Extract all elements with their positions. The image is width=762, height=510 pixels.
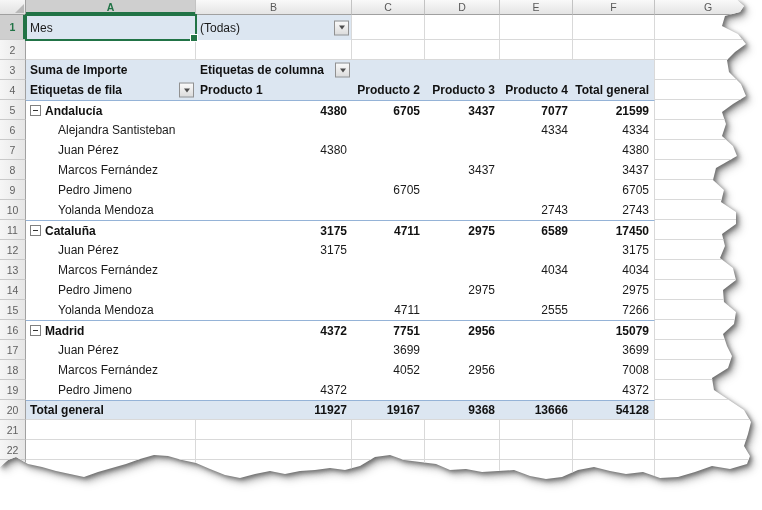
column-header-B[interactable]: B xyxy=(196,0,352,15)
cell-C11[interactable]: 4711 xyxy=(352,220,425,240)
row-header-18[interactable]: 18 xyxy=(0,360,26,380)
cell-B14[interactable] xyxy=(196,280,352,300)
cell-C8[interactable] xyxy=(352,160,425,180)
cell-A21[interactable] xyxy=(26,420,196,440)
cell-D21[interactable] xyxy=(425,420,500,440)
row-header-1[interactable]: 1 xyxy=(0,15,26,40)
row-header-7[interactable]: 7 xyxy=(0,140,26,160)
cell-B2[interactable] xyxy=(196,40,352,60)
row-header-17[interactable]: 17 xyxy=(0,340,26,360)
cell-E19[interactable] xyxy=(500,380,573,400)
cell-E5[interactable]: 7077 xyxy=(500,100,573,120)
cell-D22[interactable] xyxy=(425,440,500,460)
cell-C13[interactable] xyxy=(352,260,425,280)
cell-F22[interactable] xyxy=(573,440,655,460)
cell-A11[interactable]: Cataluña xyxy=(26,220,196,240)
column-header-A[interactable]: A xyxy=(26,0,196,15)
cell-A20[interactable]: Total general xyxy=(26,400,196,420)
row-header-13[interactable]: 13 xyxy=(0,260,26,280)
cell-A5[interactable]: Andalucía xyxy=(26,100,196,120)
cell-C22[interactable] xyxy=(352,440,425,460)
cell-G13[interactable] xyxy=(655,260,762,280)
cell-B9[interactable] xyxy=(196,180,352,200)
cell-E22[interactable] xyxy=(500,440,573,460)
cell-A13[interactable]: Marcos Fernández xyxy=(26,260,196,280)
cell-D23[interactable] xyxy=(425,460,500,480)
cell-A14[interactable]: Pedro Jimeno xyxy=(26,280,196,300)
cell-C21[interactable] xyxy=(352,420,425,440)
cell-F13[interactable]: 4034 xyxy=(573,260,655,280)
cell-G18[interactable] xyxy=(655,360,762,380)
cell-F6[interactable]: 4334 xyxy=(573,120,655,140)
cell-G3[interactable] xyxy=(655,60,762,80)
cell-D18[interactable]: 2956 xyxy=(425,360,500,380)
cell-B21[interactable] xyxy=(196,420,352,440)
cell-F10[interactable]: 2743 xyxy=(573,200,655,220)
row-header-15[interactable]: 15 xyxy=(0,300,26,320)
cell-E9[interactable] xyxy=(500,180,573,200)
row-header-23[interactable]: 23 xyxy=(0,460,26,480)
cell-G20[interactable] xyxy=(655,400,762,420)
cell-D11[interactable]: 2975 xyxy=(425,220,500,240)
cell-B13[interactable] xyxy=(196,260,352,280)
cell-F14[interactable]: 2975 xyxy=(573,280,655,300)
cell-G23[interactable] xyxy=(655,460,762,480)
row-header-8[interactable]: 8 xyxy=(0,160,26,180)
column-header-G[interactable]: G xyxy=(655,0,762,15)
cell-C10[interactable] xyxy=(352,200,425,220)
cell-D9[interactable] xyxy=(425,180,500,200)
column-header-E[interactable]: E xyxy=(500,0,573,15)
cell-E10[interactable]: 2743 xyxy=(500,200,573,220)
cell-F7[interactable]: 4380 xyxy=(573,140,655,160)
cell-G6[interactable] xyxy=(655,120,762,140)
cell-B5[interactable]: 4380 xyxy=(196,100,352,120)
cell-A17[interactable]: Juan Pérez xyxy=(26,340,196,360)
cell-F16[interactable]: 15079 xyxy=(573,320,655,340)
cell-B22[interactable] xyxy=(196,440,352,460)
cell-A23[interactable] xyxy=(26,460,196,480)
cell-E13[interactable]: 4034 xyxy=(500,260,573,280)
collapse-minus-icon[interactable] xyxy=(30,225,41,236)
cell-E17[interactable] xyxy=(500,340,573,360)
cell-G5[interactable] xyxy=(655,100,762,120)
cell-B18[interactable] xyxy=(196,360,352,380)
cell-D2[interactable] xyxy=(425,40,500,60)
cell-D16[interactable]: 2956 xyxy=(425,320,500,340)
cell-F1[interactable] xyxy=(573,15,655,40)
cell-B15[interactable] xyxy=(196,300,352,320)
cell-E21[interactable] xyxy=(500,420,573,440)
cell-G22[interactable] xyxy=(655,440,762,460)
cell-G1[interactable] xyxy=(655,15,762,40)
cell-A19[interactable]: Pedro Jimeno xyxy=(26,380,196,400)
row-header-5[interactable]: 5 xyxy=(0,100,26,120)
cell-D15[interactable] xyxy=(425,300,500,320)
cell-B7[interactable]: 4380 xyxy=(196,140,352,160)
cell-A15[interactable]: Yolanda Mendoza xyxy=(26,300,196,320)
collapse-minus-icon[interactable] xyxy=(30,105,41,116)
cell-D19[interactable] xyxy=(425,380,500,400)
cell-B4[interactable]: Producto 1 xyxy=(196,80,352,100)
dropdown-arrow-icon[interactable] xyxy=(179,83,194,98)
row-header-16[interactable]: 16 xyxy=(0,320,26,340)
cell-A9[interactable]: Pedro Jimeno xyxy=(26,180,196,200)
cell-F17[interactable]: 3699 xyxy=(573,340,655,360)
column-header-C[interactable]: C xyxy=(352,0,425,15)
cell-F11[interactable]: 17450 xyxy=(573,220,655,240)
cell-G15[interactable] xyxy=(655,300,762,320)
row-header-21[interactable]: 21 xyxy=(0,420,26,440)
cell-C14[interactable] xyxy=(352,280,425,300)
cell-D10[interactable] xyxy=(425,200,500,220)
cell-E4[interactable]: Producto 4 xyxy=(500,80,573,100)
cell-F4[interactable]: Total general xyxy=(573,80,655,100)
cell-D20[interactable]: 9368 xyxy=(425,400,500,420)
row-header-11[interactable]: 11 xyxy=(0,220,26,240)
cell-A22[interactable] xyxy=(26,440,196,460)
cell-F23[interactable] xyxy=(573,460,655,480)
cell-B16[interactable]: 4372 xyxy=(196,320,352,340)
cell-F15[interactable]: 7266 xyxy=(573,300,655,320)
cell-G11[interactable] xyxy=(655,220,762,240)
cell-E7[interactable] xyxy=(500,140,573,160)
cell-B11[interactable]: 3175 xyxy=(196,220,352,240)
cell-F2[interactable] xyxy=(573,40,655,60)
cell-C6[interactable] xyxy=(352,120,425,140)
